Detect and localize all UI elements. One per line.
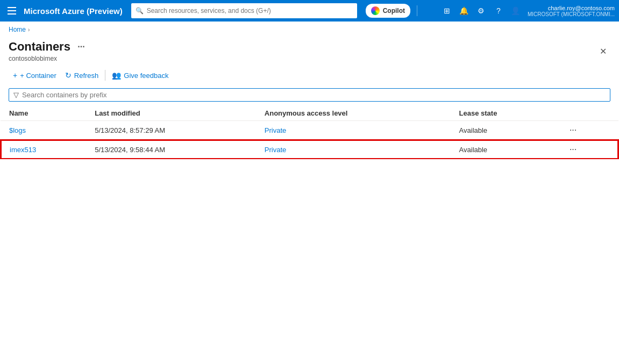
add-icon: + (13, 71, 17, 80)
cell-actions: ··· (558, 140, 618, 159)
nav-icon-group: ⊞ 🔔 ⚙ ? 👤 charlie.roy@contoso.com MICROS… (439, 3, 615, 18)
copilot-label: Copilot (383, 7, 405, 15)
give-feedback-label: Give feedback (124, 72, 168, 80)
add-container-label: + Container (20, 72, 56, 80)
cell-last-modified: 5/13/2024, 8:57:29 AM (86, 121, 256, 140)
add-container-button[interactable]: + + Container (9, 69, 61, 82)
table-header: Name Last modified Anonymous access leve… (1, 106, 618, 121)
portal-icon-button[interactable]: ⊞ (439, 3, 454, 18)
hamburger-menu[interactable] (4, 3, 19, 18)
col-lease-state: Lease state (451, 106, 558, 121)
table-row[interactable]: $logs5/13/2024, 8:57:29 AMPrivateAvailab… (1, 121, 618, 140)
settings-icon-button[interactable]: ⚙ (474, 3, 489, 18)
user-email: charlie.roy@contoso.com (548, 5, 615, 11)
col-last-modified: Last modified (86, 106, 256, 121)
row-more-button[interactable]: ··· (566, 144, 580, 155)
containers-table-wrap: Name Last modified Anonymous access leve… (0, 106, 619, 159)
help-icon-button[interactable]: ? (491, 3, 506, 18)
cell-lease-state: Available (451, 140, 558, 159)
access-level-link[interactable]: Private (265, 146, 286, 154)
toolbar-separator (105, 70, 105, 81)
container-name-link[interactable]: imex513 (10, 146, 36, 154)
copilot-button[interactable]: Copilot (366, 4, 410, 18)
feedback-icon: 👥 (112, 71, 121, 80)
notifications-icon-button[interactable]: 🔔 (457, 3, 472, 18)
table-header-row: Name Last modified Anonymous access leve… (1, 106, 618, 121)
page-subtitle: contosoblobimex (9, 55, 88, 62)
app-title: Microsoft Azure (Preview) (24, 6, 123, 16)
cell-name: imex513 (1, 140, 86, 159)
access-level-link[interactable]: Private (265, 126, 286, 134)
col-name: Name (1, 106, 86, 121)
cell-name: $logs (1, 121, 86, 140)
filter-icon: ▽ (13, 91, 19, 99)
refresh-label: Refresh (74, 72, 99, 80)
user-tenant: MICROSOFT (MICROSOFT.ONMI... (528, 11, 615, 17)
breadcrumb-home[interactable]: Home (9, 26, 26, 33)
search-container-box[interactable]: ▽ (9, 88, 610, 102)
global-search-box[interactable]: 🔍 (131, 3, 357, 18)
close-button[interactable]: ✕ (595, 44, 610, 59)
page-title-row: Containers ··· (9, 40, 88, 54)
search-container-input[interactable] (22, 91, 606, 99)
breadcrumb: Home › (0, 22, 619, 38)
user-profile[interactable]: charlie.roy@contoso.com MICROSOFT (MICRO… (528, 5, 615, 17)
page-header: Containers ··· contosoblobimex ✕ (0, 38, 619, 67)
col-actions (558, 106, 618, 121)
breadcrumb-separator: › (28, 27, 30, 33)
copilot-icon (371, 6, 380, 15)
nav-divider (417, 5, 417, 16)
row-more-button[interactable]: ··· (566, 124, 580, 135)
containers-table: Name Last modified Anonymous access leve… (0, 106, 619, 159)
cell-anonymous-access: Private (256, 140, 451, 159)
page-header-left: Containers ··· contosoblobimex (9, 40, 88, 62)
cell-lease-state: Available (451, 121, 558, 140)
table-row[interactable]: imex5135/13/2024, 9:58:44 AMPrivateAvail… (1, 140, 618, 159)
container-name-link[interactable]: $logs (9, 126, 26, 134)
global-search-input[interactable] (147, 7, 353, 15)
refresh-icon: ↻ (65, 71, 72, 80)
cell-actions: ··· (558, 121, 618, 140)
cell-last-modified: 5/13/2024, 9:58:44 AM (86, 140, 256, 159)
give-feedback-button[interactable]: 👥 Give feedback (108, 69, 173, 82)
table-body: $logs5/13/2024, 8:57:29 AMPrivateAvailab… (1, 121, 618, 159)
col-anonymous-access: Anonymous access level (256, 106, 451, 121)
feedback-icon-button[interactable]: 👤 (508, 3, 523, 18)
page-title: Containers (9, 40, 70, 54)
cell-anonymous-access: Private (256, 121, 451, 140)
top-nav: Microsoft Azure (Preview) 🔍 Copilot ⊞ 🔔 … (0, 0, 619, 22)
page-more-button[interactable]: ··· (75, 40, 88, 53)
search-icon: 🔍 (136, 7, 144, 15)
toolbar: + + Container ↻ Refresh 👥 Give feedback (0, 67, 619, 86)
refresh-button[interactable]: ↻ Refresh (61, 69, 103, 82)
